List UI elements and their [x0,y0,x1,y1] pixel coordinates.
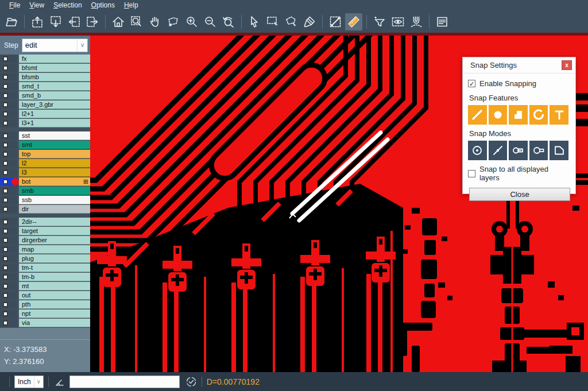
layer-row[interactable]: npt [0,309,90,318]
layer-row[interactable]: fx [0,55,90,63]
layer-label[interactable]: npt [19,309,90,318]
layer-label[interactable]: smb [19,187,90,195]
layer-row[interactable]: l2+1 [0,110,90,118]
snap-all-layers-row[interactable]: Snap to all displayed layers [468,165,570,182]
layer-row[interactable]: smt [0,141,90,149]
layer-visibility-checkbox[interactable] [0,254,17,263]
layer-row[interactable]: l3 [0,168,90,177]
layer-row[interactable]: dir [0,205,90,214]
import-right-button[interactable] [84,13,101,30]
layer-row[interactable]: smb [0,187,90,195]
layer-label[interactable]: smt [19,141,90,149]
snap-line-button[interactable] [468,105,487,125]
layer-row[interactable]: bot⊞ [0,177,90,186]
layer-label[interactable]: smd_t [19,82,90,91]
layer-label[interactable]: l3+1 [19,119,90,127]
layer-label[interactable]: smd_b [19,91,90,100]
command-input[interactable] [69,375,180,388]
layer-label[interactable]: fx [19,55,90,63]
layer-visibility-checkbox[interactable] [0,150,17,158]
dialog-title-bar[interactable]: Snap Settings x [463,57,575,73]
snap-contour-button[interactable] [550,141,568,160]
zoom-home-button[interactable] [110,13,127,30]
layer-label[interactable]: ssb [19,196,90,204]
select-cursor-button[interactable] [246,13,263,30]
layer-label[interactable]: dirgerber [19,236,90,245]
layer-row[interactable]: top [0,150,90,158]
layer-visibility-checkbox[interactable] [0,300,17,309]
angle-icon[interactable] [53,376,65,388]
layer-visibility-checkbox[interactable] [0,55,17,63]
layer-row[interactable]: smd_t [0,82,90,91]
layer-label[interactable]: dir [19,205,90,214]
layer-visibility-checkbox[interactable] [0,100,17,109]
close-button[interactable]: Close [469,188,570,201]
zoom-previous-button[interactable] [220,13,237,30]
layer-visibility-checkbox[interactable] [0,282,17,291]
layer-label[interactable]: pth [19,300,90,309]
menu-view[interactable]: View [25,0,49,10]
layer-visibility-checkbox[interactable] [0,73,17,82]
layer-label[interactable]: tm-b [19,273,90,281]
layer-visibility-checkbox[interactable] [0,159,17,168]
unit-select[interactable]: Inch ∨ [14,375,44,388]
layer-label[interactable]: map [19,245,90,254]
ruler-button[interactable] [345,13,362,30]
layer-label[interactable]: mt [19,282,90,291]
layer-row[interactable]: sst [0,131,90,140]
layer-visibility-checkbox[interactable] [0,168,17,177]
layer-row[interactable]: tm-b [0,273,90,281]
layer-row[interactable]: bfsmb [0,73,90,82]
layer-visibility-checkbox[interactable] [0,205,17,214]
layer-row[interactable]: smd_b [0,91,90,100]
layer-label[interactable]: target [19,227,90,235]
snap-pad-stub-button[interactable] [529,141,548,160]
apply-check-icon[interactable] [185,376,197,388]
snap-magnet-button[interactable] [408,13,425,30]
layer-row[interactable]: ssb [0,196,90,204]
layer-visibility-checkbox[interactable] [0,91,17,100]
step-select[interactable]: edit ∨ [22,38,88,52]
dialog-close-icon[interactable]: x [562,60,572,70]
layer-label[interactable]: l2+1 [19,110,90,118]
enable-snapping-row[interactable]: ✓ Enable Snapping [468,79,570,88]
layer-visibility-checkbox[interactable] [0,196,17,204]
layer-row[interactable]: tm-t [0,264,90,272]
layer-visibility-checkbox[interactable] [0,245,17,254]
layer-visibility-checkbox[interactable] [0,291,17,300]
layer-label[interactable]: via [19,319,90,327]
layer-row[interactable]: l3+1 [0,119,90,127]
layer-visibility-checkbox[interactable] [0,110,17,118]
enable-snapping-checkbox[interactable]: ✓ [468,80,475,87]
measure-line-button[interactable] [327,13,344,30]
layer-row[interactable]: dirgerber [0,236,90,245]
layer-label[interactable]: plug [19,254,90,263]
layer-row[interactable]: out [0,291,90,300]
layer-visibility-checkbox[interactable] [0,236,17,245]
select-polygon-button[interactable] [283,13,300,30]
snap-center-button[interactable] [468,141,487,160]
snap-arc-button[interactable] [529,105,548,125]
snap-surface-button[interactable] [509,105,528,125]
layer-row[interactable]: via [0,319,90,327]
panels-button[interactable] [434,13,451,30]
layer-row[interactable]: plug [0,254,90,263]
import-top-button[interactable] [29,13,46,30]
layer-label[interactable]: layer_3.gbr [19,100,90,109]
layer-row[interactable]: mt [0,282,90,291]
layer-visibility-checkbox[interactable] [0,119,17,127]
import-bottom-button[interactable] [47,13,64,30]
open-folder-button[interactable] [3,13,20,30]
layer-label[interactable]: l2 [19,159,90,168]
zoom-window-button[interactable] [128,13,145,30]
brush-button[interactable] [301,13,318,30]
layer-label[interactable]: sst [19,131,90,140]
zoom-polygon-button[interactable] [165,13,182,30]
menu-file[interactable]: File [5,0,25,10]
layer-label[interactable]: top [19,150,90,158]
layer-row[interactable]: 2dir-- [0,218,90,226]
snap-midpoint-button[interactable] [489,141,508,160]
layer-visibility-checkbox[interactable] [0,227,17,235]
layer-visibility-checkbox[interactable] [0,64,17,72]
snap-all-layers-checkbox[interactable] [468,170,475,177]
